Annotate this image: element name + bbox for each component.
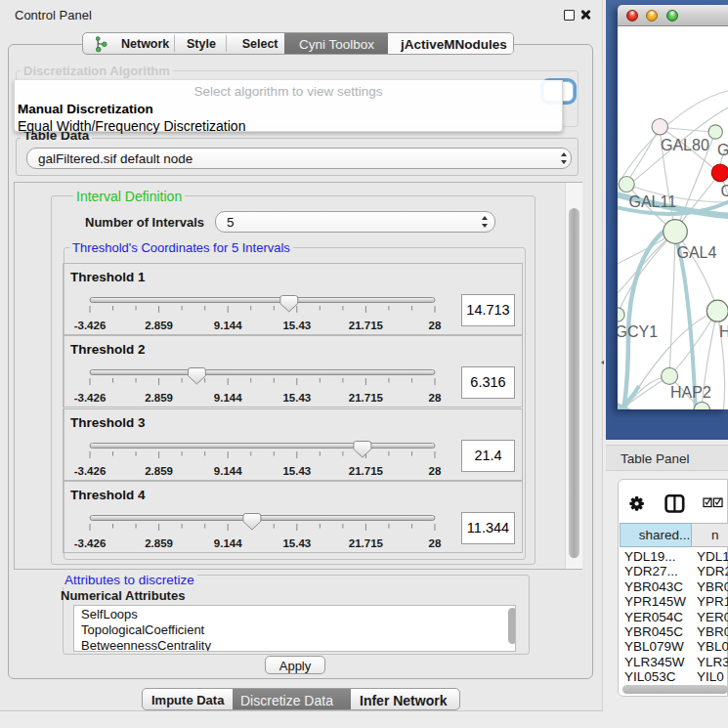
svg-text:21.715: 21.715 bbox=[349, 319, 384, 330]
svg-text:-3.426: -3.426 bbox=[74, 392, 107, 404]
svg-text:28: 28 bbox=[429, 392, 442, 404]
svg-text:15.43: 15.43 bbox=[282, 537, 311, 549]
svg-text:2.859: 2.859 bbox=[145, 464, 173, 476]
svg-text:-3.426: -3.426 bbox=[74, 464, 107, 476]
svg-text:2.859: 2.859 bbox=[145, 537, 173, 549]
svg-text:9.144: 9.144 bbox=[214, 319, 242, 330]
svg-text:21.715: 21.715 bbox=[349, 537, 384, 549]
svg-text:9.144: 9.144 bbox=[214, 537, 242, 549]
svg-text:15.43: 15.43 bbox=[282, 392, 311, 404]
svg-text:H: H bbox=[719, 323, 728, 340]
svg-text:2.859: 2.859 bbox=[145, 392, 173, 404]
svg-text:9.144: 9.144 bbox=[214, 464, 242, 476]
svg-text:HAP2: HAP2 bbox=[670, 384, 711, 401]
svg-text:15.43: 15.43 bbox=[282, 464, 311, 476]
svg-text:28: 28 bbox=[429, 537, 442, 549]
svg-text:GAL11: GAL11 bbox=[629, 193, 677, 210]
svg-text:GAL80: GAL80 bbox=[661, 137, 709, 153]
svg-text:2.859: 2.859 bbox=[145, 319, 173, 330]
svg-text:C: C bbox=[721, 183, 728, 199]
svg-text:15.43: 15.43 bbox=[282, 319, 311, 330]
svg-text:21.715: 21.715 bbox=[349, 464, 384, 476]
svg-text:GCY1: GCY1 bbox=[618, 323, 658, 340]
svg-text:GAL4: GAL4 bbox=[677, 244, 717, 261]
svg-text:28: 28 bbox=[429, 464, 442, 476]
svg-text:GA: GA bbox=[717, 142, 728, 158]
svg-text:-3.426: -3.426 bbox=[74, 537, 107, 549]
svg-text:21.715: 21.715 bbox=[349, 392, 384, 404]
svg-text:-3.426: -3.426 bbox=[74, 319, 107, 330]
svg-text:9.144: 9.144 bbox=[214, 392, 242, 404]
svg-text:28: 28 bbox=[429, 319, 442, 330]
